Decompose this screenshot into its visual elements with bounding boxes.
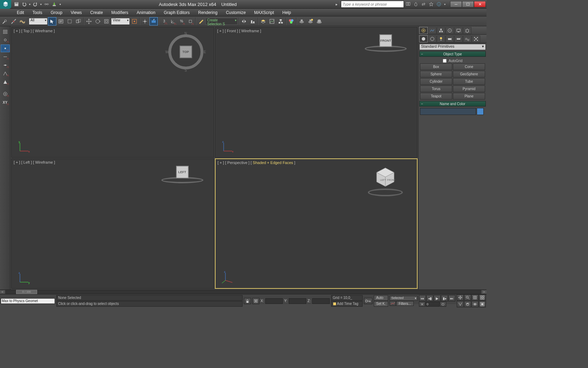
primitive-category-dropdown[interactable]: Standard Primitives bbox=[419, 44, 486, 50]
timeslider-right-icon[interactable]: > bbox=[482, 290, 486, 294]
menu-group[interactable]: Group bbox=[47, 9, 66, 16]
zoom-all-icon[interactable] bbox=[479, 294, 486, 301]
cylinder-button[interactable]: Cylinder bbox=[420, 78, 452, 85]
keyboard-shortcut-icon[interactable] bbox=[149, 17, 158, 26]
viewcube-perspective[interactable]: LEFT FRONT bbox=[364, 166, 406, 198]
menu-modifiers[interactable]: Modifiers bbox=[107, 9, 133, 16]
current-frame-input[interactable]: 0 bbox=[426, 302, 440, 307]
create-tab-icon[interactable] bbox=[419, 27, 428, 34]
manipulate-icon[interactable] bbox=[141, 17, 149, 26]
bind-spacewarp-icon[interactable] bbox=[18, 17, 27, 26]
pivot-center-icon[interactable] bbox=[130, 17, 139, 26]
motion-tab-icon[interactable] bbox=[446, 27, 454, 34]
subscription-icon[interactable] bbox=[412, 1, 419, 7]
menu-help[interactable]: Help bbox=[278, 9, 295, 16]
app-menu-button[interactable] bbox=[0, 0, 11, 9]
object-color-swatch[interactable] bbox=[477, 108, 484, 115]
snap-vertex-icon[interactable]: ∩ bbox=[1, 45, 10, 52]
torus-button[interactable]: Torus bbox=[420, 86, 452, 92]
x-coord-input[interactable] bbox=[265, 298, 283, 304]
help-dropdown-icon[interactable]: ▾ bbox=[443, 1, 447, 7]
infocenter-toggle-icon[interactable]: ▸ bbox=[333, 1, 340, 7]
undo-icon[interactable] bbox=[20, 1, 28, 8]
hierarchy-tab-icon[interactable] bbox=[437, 27, 445, 34]
save-icon[interactable] bbox=[13, 1, 20, 8]
maxscript-listener[interactable]: Max to Physcs Geomet bbox=[1, 298, 55, 304]
snap-grid-icon[interactable] bbox=[1, 28, 10, 35]
z-coord-input[interactable] bbox=[312, 298, 330, 304]
helpers-subtab-icon[interactable] bbox=[454, 35, 463, 42]
auto-key-button[interactable]: Auto bbox=[374, 295, 388, 301]
redo-icon[interactable] bbox=[31, 1, 39, 8]
viewcube-top[interactable]: TOP N S W E bbox=[168, 34, 203, 69]
edit-selection-set-icon[interactable] bbox=[197, 17, 205, 26]
menu-rendering[interactable]: Rendering bbox=[194, 9, 222, 16]
spinner-snap-icon[interactable]: ∩ bbox=[186, 17, 195, 26]
menu-customize[interactable]: Customize bbox=[222, 9, 250, 16]
key-step-icon[interactable]: ⤱ bbox=[419, 302, 425, 307]
maximize-button[interactable]: ☐ bbox=[462, 1, 474, 7]
snap-face-icon[interactable]: ∩ bbox=[1, 78, 10, 86]
viewport-label-perspective[interactable]: [ + ] [ Perspective ] [ Shaded + Edged F… bbox=[218, 161, 295, 165]
project-icon[interactable] bbox=[50, 1, 58, 8]
rotate-icon[interactable] bbox=[93, 17, 102, 26]
material-editor-icon[interactable] bbox=[287, 17, 295, 26]
scale-icon[interactable] bbox=[102, 17, 111, 26]
time-slider-handle[interactable]: 0 / 100 bbox=[16, 290, 37, 294]
pan-icon[interactable] bbox=[457, 294, 464, 301]
systems-subtab-icon[interactable] bbox=[472, 35, 480, 42]
minimize-button[interactable]: ─ bbox=[450, 1, 462, 7]
geometry-subtab-icon[interactable] bbox=[419, 35, 428, 42]
next-frame-icon[interactable]: ▮▸ bbox=[441, 295, 448, 301]
link-icon[interactable] bbox=[43, 1, 50, 8]
isolate-icon[interactable] bbox=[252, 298, 259, 304]
modify-tab-icon[interactable] bbox=[428, 27, 436, 34]
viewcube-front[interactable]: FRONT bbox=[365, 34, 407, 52]
menu-maxscript[interactable]: MAXScript bbox=[250, 9, 278, 16]
snap-endpoint-icon[interactable]: ∩ bbox=[1, 53, 10, 61]
spacewarps-subtab-icon[interactable] bbox=[463, 35, 471, 42]
render-setup-icon[interactable] bbox=[298, 17, 306, 26]
window-crossing-icon[interactable] bbox=[74, 17, 83, 26]
utilities-tab-icon[interactable] bbox=[463, 27, 471, 34]
key-icon[interactable] bbox=[364, 298, 372, 304]
cameras-subtab-icon[interactable] bbox=[446, 35, 454, 42]
time-slider-track[interactable]: 0 / 100 bbox=[6, 290, 481, 294]
plane-button[interactable]: Plane bbox=[453, 93, 485, 100]
menu-tools[interactable]: Tools bbox=[28, 9, 47, 16]
teapot-button[interactable]: Teapot bbox=[420, 93, 452, 100]
goto-end-icon[interactable]: ⏭ bbox=[448, 295, 455, 301]
help-icon[interactable]: ? bbox=[435, 1, 442, 7]
snap-options-icon[interactable]: ∩ bbox=[1, 90, 10, 98]
autogrid-checkbox[interactable] bbox=[443, 59, 447, 63]
viewcube-left[interactable]: LEFT bbox=[161, 166, 203, 183]
object-name-input[interactable] bbox=[420, 108, 476, 115]
close-button[interactable]: ✕ bbox=[474, 1, 486, 7]
align-icon[interactable] bbox=[248, 17, 257, 26]
undo-dropdown-icon[interactable]: ▾ bbox=[28, 1, 31, 8]
pan-view-icon[interactable] bbox=[464, 301, 471, 307]
snap-axis-icon[interactable]: XY∩ bbox=[1, 98, 10, 106]
layer-manager-icon[interactable] bbox=[259, 17, 267, 26]
zoom-icon[interactable] bbox=[464, 294, 471, 301]
viewport-top[interactable]: [ + ] [ Top ] [ Wireframe ] TOP N S W E … bbox=[11, 27, 214, 158]
percent-snap-icon[interactable]: %∩ bbox=[177, 17, 186, 26]
redo-dropdown-icon[interactable]: ▾ bbox=[39, 1, 43, 8]
selection-filter-dropdown[interactable]: All bbox=[29, 18, 48, 25]
play-icon[interactable]: ▶ bbox=[434, 295, 441, 301]
named-selection-dropdown[interactable]: Create Selection S bbox=[205, 18, 238, 25]
set-key-button[interactable]: Set K. bbox=[374, 301, 388, 307]
orbit-icon[interactable] bbox=[471, 301, 478, 307]
snap-pivot-icon[interactable]: ∩ bbox=[1, 36, 10, 44]
fov-icon[interactable] bbox=[457, 301, 464, 307]
select-region-rect-icon[interactable] bbox=[65, 17, 74, 26]
snap-midpoint-icon[interactable]: ∩ bbox=[1, 61, 10, 69]
viewport-front[interactable]: [ + ] [ Front ] [ Wireframe ] FRONT zx bbox=[215, 27, 418, 158]
snap-edge-icon[interactable]: ∩ bbox=[1, 70, 10, 77]
select-link-icon[interactable] bbox=[1, 17, 9, 26]
sphere-button[interactable]: Sphere bbox=[420, 71, 452, 77]
snap-toggle-icon[interactable]: 3∩ bbox=[160, 17, 168, 26]
viewport-label-left[interactable]: [ + ] [ Left ] [ Wireframe ] bbox=[14, 160, 55, 164]
unlink-icon[interactable] bbox=[9, 17, 18, 26]
menu-graph-editors[interactable]: Graph Editors bbox=[160, 9, 194, 16]
